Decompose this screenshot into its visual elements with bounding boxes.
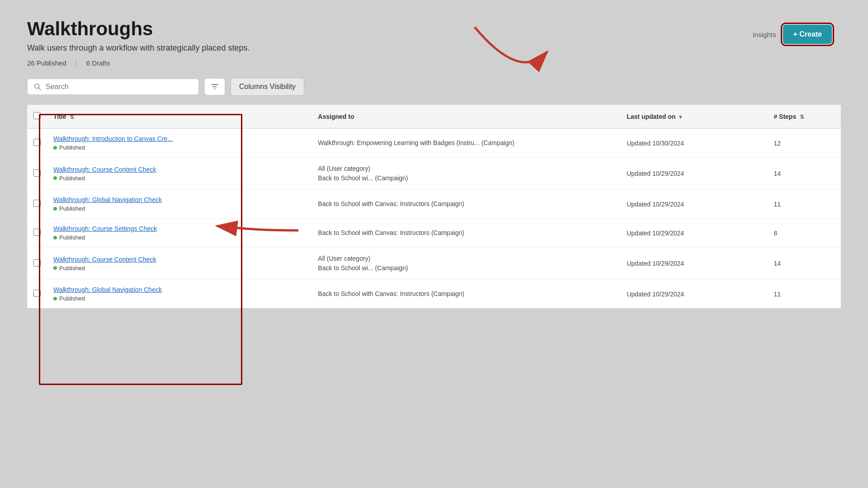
table-row: Walkthrough: Global Navigation Check Pub… — [27, 190, 841, 219]
filter-button[interactable] — [204, 78, 225, 95]
updated-cell: Updated 10/29/2024 — [620, 219, 767, 248]
assigned-cell: Back to School with Canvas: Instructors … — [311, 219, 620, 248]
assigned-cell: Back to School with Canvas: Instructors … — [311, 190, 620, 219]
updated-cell: Updated 10/29/2024 — [620, 190, 767, 219]
create-button[interactable]: + Create — [783, 25, 832, 44]
row-checkbox-cell — [27, 248, 47, 280]
status-label: Published — [59, 295, 85, 302]
steps-cell: 8 — [767, 219, 841, 248]
assigned-cell: Back to School with Canvas: Instructors … — [311, 280, 620, 309]
walkthrough-title-link[interactable]: Walkthrough: Course Settings Check — [53, 225, 305, 232]
title-sort-icon: ⇅ — [70, 114, 74, 120]
row-checkbox[interactable] — [33, 229, 41, 236]
walkthrough-title-link[interactable]: Walkthrough: Global Navigation Check — [53, 286, 305, 293]
table-row: Walkthrough: Global Navigation Check Pub… — [27, 280, 841, 309]
drafts-stat: 6 Drafts — [86, 59, 110, 67]
assigned-cell: All (User category) Back to School wi...… — [311, 158, 620, 190]
table-row: Walkthrough: Introduction to Canvas Cre.… — [27, 128, 841, 158]
table-row: Walkthrough: Course Content Check Publis… — [27, 248, 841, 280]
assigned-cell: Walkthrough: Empowering Learning with Ba… — [311, 128, 620, 158]
row-checkbox-cell — [27, 280, 47, 309]
published-dot — [53, 207, 57, 211]
row-checkbox[interactable] — [33, 200, 41, 207]
published-dot — [53, 266, 57, 270]
published-dot — [53, 297, 57, 300]
steps-cell: 14 — [767, 248, 841, 280]
columns-visibility-button[interactable]: Columns Visibility — [231, 78, 304, 96]
row-checkbox-cell — [27, 219, 47, 248]
page-header: Walkthroughs Walk users through a workfl… — [27, 18, 841, 67]
steps-sort-icon: ⇅ — [800, 114, 804, 120]
updated-sort-icon: ▾ — [679, 114, 682, 120]
search-input[interactable] — [46, 83, 192, 91]
status-badge: Published — [53, 175, 305, 182]
page-subtitle: Walk users through a workflow with strat… — [27, 43, 841, 53]
status-badge: Published — [53, 205, 305, 212]
search-icon — [34, 83, 41, 90]
col-header-assigned[interactable]: Assigned to — [311, 105, 620, 128]
search-wrapper[interactable] — [27, 79, 199, 95]
status-badge: Published — [53, 234, 305, 241]
walkthrough-title-link[interactable]: Walkthrough: Course Content Check — [53, 256, 305, 263]
table-row: Walkthrough: Course Content Check Publis… — [27, 158, 841, 190]
updated-cell: Updated 10/29/2024 — [620, 280, 767, 309]
updated-cell: Updated 10/29/2024 — [620, 158, 767, 190]
title-cell: Walkthrough: Course Settings Check Publi… — [47, 219, 311, 248]
toolbar: Columns Visibility — [27, 78, 841, 96]
steps-cell: 14 — [767, 158, 841, 190]
status-label: Published — [59, 234, 85, 241]
col-header-title[interactable]: Title ⇅ — [47, 105, 311, 128]
status-label: Published — [59, 175, 85, 182]
title-cell: Walkthrough: Global Navigation Check Pub… — [47, 280, 311, 309]
col-header-steps[interactable]: # Steps ⇅ — [767, 105, 841, 128]
steps-cell: 11 — [767, 280, 841, 309]
status-label: Published — [59, 265, 85, 272]
row-checkbox-cell — [27, 190, 47, 219]
row-checkbox-cell — [27, 128, 47, 158]
data-table-container: Title ⇅ Assigned to Last updated on ▾ # … — [27, 105, 841, 308]
table-row: Walkthrough: Course Settings Check Publi… — [27, 219, 841, 248]
steps-cell: 11 — [767, 190, 841, 219]
status-label: Published — [59, 144, 85, 151]
status-label: Published — [59, 205, 85, 212]
published-dot — [53, 146, 57, 150]
row-checkbox-cell — [27, 158, 47, 190]
title-cell: Walkthrough: Course Content Check Publis… — [47, 248, 311, 280]
walkthroughs-table: Title ⇅ Assigned to Last updated on ▾ # … — [27, 105, 841, 308]
steps-cell: 12 — [767, 128, 841, 158]
status-badge: Published — [53, 144, 305, 151]
page-title: Walkthroughs — [27, 18, 841, 40]
walkthrough-title-link[interactable]: Walkthrough: Global Navigation Check — [53, 196, 305, 203]
title-cell: Walkthrough: Global Navigation Check Pub… — [47, 190, 311, 219]
walkthrough-title-link[interactable]: Walkthrough: Introduction to Canvas Cre.… — [53, 135, 305, 142]
stats-divider: | — [75, 59, 77, 67]
row-checkbox[interactable] — [33, 259, 41, 267]
status-badge: Published — [53, 265, 305, 272]
select-all-checkbox[interactable] — [33, 112, 41, 119]
published-dot — [53, 176, 57, 180]
walkthrough-title-link[interactable]: Walkthrough: Course Content Check — [53, 166, 305, 173]
title-cell: Walkthrough: Introduction to Canvas Cre.… — [47, 128, 311, 158]
header-checkbox-cell — [27, 105, 47, 128]
insights-link[interactable]: Insights — [753, 31, 776, 38]
col-header-updated[interactable]: Last updated on ▾ — [620, 105, 767, 128]
assigned-cell: All (User category) Back to School wi...… — [311, 248, 620, 280]
published-stat: 26 Published — [27, 59, 66, 67]
title-cell: Walkthrough: Course Content Check Publis… — [47, 158, 311, 190]
row-checkbox[interactable] — [33, 139, 41, 146]
updated-cell: Updated 10/29/2024 — [620, 248, 767, 280]
row-checkbox[interactable] — [33, 290, 41, 297]
svg-line-1 — [39, 88, 41, 90]
table-header-row: Title ⇅ Assigned to Last updated on ▾ # … — [27, 105, 841, 128]
filter-icon — [211, 83, 219, 91]
row-checkbox[interactable] — [33, 169, 41, 177]
published-dot — [53, 236, 57, 239]
updated-cell: Updated 10/30/2024 — [620, 128, 767, 158]
status-badge: Published — [53, 295, 305, 302]
